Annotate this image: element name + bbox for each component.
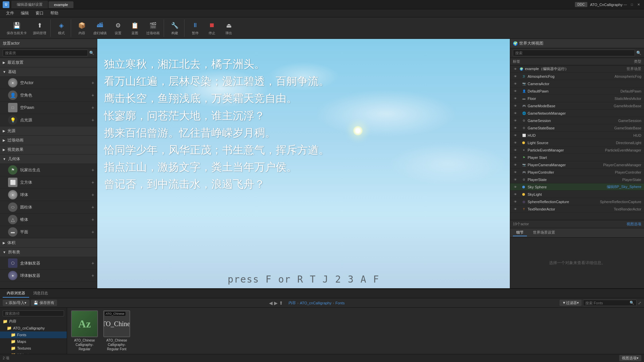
folder-ato[interactable]: 📁 ATO_cnCalligraphy	[0, 325, 67, 331]
actor-empty-pawn[interactable]: □ 空Pawn +	[0, 102, 97, 114]
cinematic-button[interactable]: 🎬 过场动画	[144, 19, 162, 37]
add-sphere-btn[interactable]: +	[92, 192, 94, 197]
outliner-item-sky-sphere[interactable]: 👁 Sky Sphere 编辑BP_Sky_Sphere	[510, 183, 644, 191]
content-button[interactable]: 📦 内容	[74, 19, 90, 37]
virtual-city-button[interactable]: 🏙 虚幻城镇	[91, 19, 109, 37]
nav-back-btn[interactable]: ◀	[269, 300, 273, 306]
category-basic[interactable]: ▼ 基础	[0, 67, 97, 77]
outliner-item-pawn[interactable]: 👁 👤 DefaultPawn DefaultPawn	[510, 87, 644, 95]
add-player-start-btn[interactable]: +	[92, 167, 94, 173]
add-sphere-trigger-btn[interactable]: +	[92, 273, 94, 278]
outliner-item-session[interactable]: 👁 ⚙ GameSession GameSession	[510, 117, 644, 124]
category-volume[interactable]: ▶ 体积	[0, 238, 97, 248]
outliner-item-fog[interactable]: 👁 🌫 AtmosphericFog AtmosphericFog	[510, 73, 644, 80]
outliner-item-camera[interactable]: 👁 📷 CameraActor	[510, 80, 644, 87]
actor-cube[interactable]: ⬜ 立方体 +	[0, 176, 97, 189]
category-recent[interactable]: ▶ 最近放置	[0, 58, 97, 67]
add-empty-pawn-btn[interactable]: +	[92, 105, 94, 110]
tab-example[interactable]: example	[49, 1, 73, 8]
add-empty-character-btn[interactable]: +	[92, 93, 94, 98]
filter-button[interactable]: ▼过滤器▾	[559, 300, 582, 306]
category-geometry[interactable]: ▼ 几何体	[0, 155, 97, 164]
outliner-item-floor[interactable]: 👁 ▬ Floor StaticMeshActor	[510, 95, 644, 102]
details-tab-world[interactable]: 世界场景设置	[530, 229, 558, 236]
tab-message-log[interactable]: 消息日志	[29, 289, 52, 298]
actor-sphere-trigger[interactable]: ● 球体触发器 +	[0, 269, 97, 282]
outliner-item-player-state[interactable]: 👁 ⚙ PlayerState PlayerState	[510, 176, 644, 183]
save-all-button[interactable]: 💾 保存所有	[31, 300, 57, 306]
outliner-item-particle[interactable]: 👁 ✦ ParticleEventManager ParticleEventMa…	[510, 146, 644, 154]
details-tab-detail[interactable]: 细节	[513, 229, 527, 236]
build-button[interactable]: 🔧 构建	[167, 19, 183, 37]
outliner-item-player-camera[interactable]: 👁 📷 PlayerCameraManager PlayerCameraMana…	[510, 161, 644, 169]
actor-sphere[interactable]: ● 球体 +	[0, 189, 97, 201]
view-options-btn[interactable]: 视图选项	[627, 222, 641, 227]
outliner-search-input[interactable]	[513, 50, 635, 56]
asset-item-1[interactable]: Az ATO_Chinese Calligraphy- Regular	[70, 310, 99, 351]
actor-box-trigger[interactable]: ⬡ 盒体触发器 +	[0, 257, 97, 269]
outliner-item-hud[interactable]: 👁 ⬜ HUD HUD	[510, 132, 644, 139]
breadcrumb-project[interactable]: ATO_cnCalligraphy	[300, 301, 331, 305]
modes-button[interactable]: ◈ 模式	[53, 19, 69, 37]
actor-player-start[interactable]: ⚑ 玩家出生点 +	[0, 164, 97, 176]
sky-sphere-item-type[interactable]: 编辑BP_Sky_Sphere	[588, 184, 641, 189]
outliner-item-gamemode[interactable]: 👁 🎮 GameModeBase GameModeBase	[510, 102, 644, 110]
add-import-button[interactable]: + 添加/导入▾	[3, 300, 30, 306]
tab-content-browser[interactable]: 内容浏览器	[3, 289, 29, 298]
category-light[interactable]: ▶ 光源	[0, 126, 97, 136]
category-visual[interactable]: ▶ 视觉效果	[0, 145, 97, 155]
actor-cylinder[interactable]: ⬭ 圆柱体 +	[0, 201, 97, 214]
nav-forward-btn[interactable]: ▶	[274, 300, 278, 306]
asset-search-input[interactable]	[585, 301, 630, 305]
category-cinematic[interactable]: ▶ 过场动画	[0, 136, 97, 145]
close-btn[interactable]: ✕	[636, 2, 641, 7]
folder-fonts[interactable]: 📁 Fonts	[0, 331, 67, 338]
outliner-item-gamestate[interactable]: 👁 ⚙ GameStateBase GameStateBase	[510, 124, 644, 132]
menu-help[interactable]: 帮助	[47, 10, 62, 17]
eject-button[interactable]: ⏏ 弹出	[221, 19, 237, 37]
add-box-trigger-btn[interactable]: +	[92, 260, 94, 266]
outliner-item-network[interactable]: 👁 🌐 GameNetworkManager	[510, 110, 644, 117]
add-cylinder-btn[interactable]: +	[92, 204, 94, 210]
outliner-item-sphere-reflection[interactable]: 👁 ◎ SphereReflectionCapture SphereReflec…	[510, 198, 644, 205]
menu-file[interactable]: 文件	[3, 10, 17, 17]
actor-point-light[interactable]: 💡 点光源 +	[0, 114, 97, 126]
asset-item-2[interactable]: ATO_Chinese ATO_Chinese ATO_Chinese Call…	[102, 310, 131, 351]
add-empty-actor-btn[interactable]: +	[92, 80, 94, 85]
outliner-item-player-controller[interactable]: 👁 🎮 PlayerController PlayerController	[510, 169, 644, 176]
stop-button[interactable]: ⏹ 停止	[204, 19, 220, 37]
actor-plane[interactable]: ▬ 平面 +	[0, 226, 97, 238]
add-point-light-btn[interactable]: +	[92, 117, 94, 123]
settings-button[interactable]: ⚙ 设置	[110, 19, 126, 37]
view-options-bottom-btn[interactable]: 视图选项▾	[619, 355, 641, 361]
folder-maps[interactable]: 📁 Maps	[0, 338, 67, 345]
menu-window[interactable]: 窗口	[32, 10, 47, 17]
actor-empty-character[interactable]: 👤 空角色 +	[0, 89, 97, 102]
actor-cone[interactable]: △ 锥体 +	[0, 214, 97, 226]
outliner-item-world[interactable]: 👁 🌍 example（编辑器中运行） 世界场景	[510, 65, 644, 73]
search-input[interactable]	[3, 50, 88, 56]
save-current-button[interactable]: 💾 保存当前关卡	[4, 19, 30, 37]
add-cone-btn[interactable]: +	[92, 217, 94, 222]
add-cube-btn[interactable]: +	[92, 180, 94, 185]
folder-search-input[interactable]	[3, 310, 64, 316]
minimize-btn[interactable]: —	[623, 2, 628, 7]
viewport-canvas[interactable]: 独立寒秋，湘江北去，橘子洲头。 看万山红遍，层林尽染；漫江碧透，百舸争流。 鹰击…	[97, 39, 510, 288]
menu-edit[interactable]: 编辑	[17, 10, 32, 17]
actor-empty-actor[interactable]: ● 空Actor +	[0, 77, 97, 89]
maximize-btn[interactable]: □	[629, 2, 635, 7]
outliner-item-light-source[interactable]: 👁 Light Source DirectionalLight	[510, 139, 644, 146]
pause-button[interactable]: ⏸ 暂停	[187, 19, 203, 37]
add-plane-btn[interactable]: +	[92, 229, 94, 235]
breadcrumb-content[interactable]: 内容	[288, 300, 296, 305]
breadcrumb-fonts[interactable]: Fonts	[335, 301, 345, 305]
folder-textures[interactable]: 📁 Textures	[0, 345, 67, 352]
blueprint-button[interactable]: 📋 蓝图	[127, 19, 143, 37]
tab-preferences[interactable]: 编辑器偏好设置	[11, 1, 48, 8]
outliner-item-text-render[interactable]: 👁 T TextRenderActor TextRenderActor	[510, 205, 644, 213]
outliner-item-player-start[interactable]: 👁 ⚑ Player Start	[510, 154, 644, 161]
folder-widgets[interactable]: 📁 Widgets	[0, 352, 67, 354]
nav-up-btn[interactable]: ⬆	[279, 300, 283, 306]
category-all[interactable]: ▼ 所有类	[0, 248, 97, 257]
folder-content[interactable]: 📁 内容	[0, 318, 67, 325]
